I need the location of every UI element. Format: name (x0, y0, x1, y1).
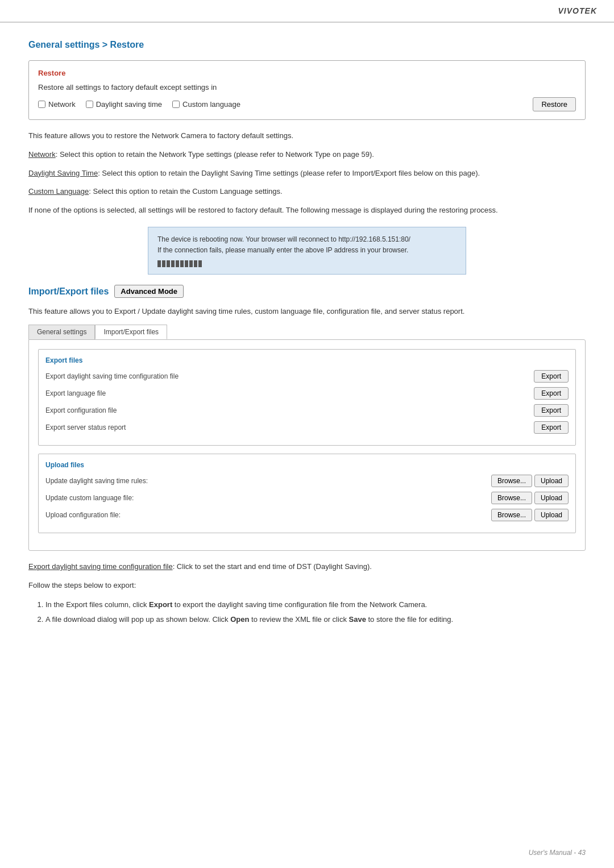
restore-box-title: Restore (38, 69, 576, 77)
bottom-para2: Follow the steps below to export: (28, 580, 586, 592)
export-btn-0[interactable]: Export (534, 370, 569, 383)
upload-files-box: Upload files Update daylight saving time… (38, 454, 576, 533)
progress-seg-1 (157, 260, 161, 267)
step-1: In the Export files column, click Export… (45, 599, 586, 611)
progress-seg-2 (162, 260, 165, 267)
progress-seg-3 (167, 260, 170, 267)
tab-import-export[interactable]: Import/Export files (95, 325, 167, 339)
network-term: Network (28, 150, 56, 159)
export-files-title: Export files (45, 356, 569, 364)
restore-button[interactable]: Restore (533, 97, 576, 111)
upload-label-2: Upload configuration file: (45, 511, 491, 519)
export-row-1: Export language file Export (45, 387, 569, 400)
export-row-0: Export daylight saving time configuratio… (45, 370, 569, 383)
step-2: A file download dialog will pop up as sh… (45, 613, 586, 626)
export-btn-3[interactable]: Export (534, 421, 569, 434)
footer: User's Manual - 43 (529, 849, 586, 857)
para4-text: : Select this option to retain the Custo… (89, 187, 282, 196)
checkbox-network[interactable] (38, 101, 45, 108)
step2-mid: to review the XML file or click (249, 615, 349, 624)
tabs-row: General settings Import/Export files (28, 325, 586, 339)
step2-bold2: Save (349, 615, 366, 624)
export-dst-term: Export daylight saving time configuratio… (28, 562, 173, 571)
export-files-box: Export files Export daylight saving time… (38, 349, 576, 446)
para3-text: : Select this option to retain the Dayli… (98, 169, 480, 177)
progress-seg-7 (185, 260, 188, 267)
checkbox-dst[interactable] (86, 101, 93, 108)
para5: If none of the options is selected, all … (28, 205, 586, 217)
panel-container: General settings Import/Export files Exp… (28, 325, 586, 551)
progress-seg-8 (189, 260, 193, 267)
para4: Custom Language: Select this option to r… (28, 186, 586, 198)
upload-files-title: Upload files (45, 461, 569, 469)
progress-seg-9 (194, 260, 197, 267)
progress-seg-6 (180, 260, 184, 267)
para1: This feature allows you to restore the N… (28, 130, 586, 142)
checkbox-network-text: Network (48, 100, 76, 109)
checkbox-custom-lang[interactable] (172, 101, 180, 108)
bottom-para1-text: : Click to set the start and end time of… (173, 562, 372, 571)
panel-content: Export files Export daylight saving time… (28, 339, 586, 551)
main-content: General settings > Restore Restore Resto… (0, 23, 614, 651)
tab-general-settings[interactable]: General settings (28, 325, 95, 339)
progress-seg-4 (171, 260, 175, 267)
checkbox-network-label[interactable]: Network (38, 100, 76, 109)
para2-text: : Select this option to retain the Netwo… (56, 150, 374, 159)
checkbox-dst-label[interactable]: Daylight saving time (86, 100, 162, 109)
import-export-header: Import/Export files Advanced Mode (28, 285, 586, 298)
export-row-3: Export server status report Export (45, 421, 569, 434)
upload-row-0: Update daylight saving time rules: Brows… (45, 475, 569, 487)
para2: Network: Select this option to retain th… (28, 149, 586, 161)
step2-prefix: A file download dialog will pop up as sh… (45, 615, 230, 624)
browse-btn-1[interactable]: Browse... (491, 492, 532, 504)
step1-prefix: In the Export files column, click (45, 600, 149, 609)
upload-row-2: Upload configuration file: Browse... Upl… (45, 509, 569, 521)
checkbox-custom-lang-text: Custom language (182, 100, 240, 109)
custom-lang-term: Custom Language (28, 187, 89, 196)
step1-suffix: to export the daylight saving time confi… (172, 600, 427, 609)
export-btn-1[interactable]: Export (534, 387, 569, 400)
export-btn-2[interactable]: Export (534, 404, 569, 417)
export-label-0: Export daylight saving time configuratio… (45, 372, 534, 380)
dst-term: Daylight Saving Time (28, 169, 98, 177)
bottom-para1: Export daylight saving time configuratio… (28, 561, 586, 573)
section2-title: Import/Export files (28, 286, 109, 297)
import-export-desc: This feature allows you to Export / Upda… (28, 306, 586, 318)
checkbox-dst-text: Daylight saving time (96, 100, 162, 109)
reboot-line2: If the connection fails, please manually… (157, 245, 457, 256)
upload-btn-0[interactable]: Upload (534, 475, 569, 487)
export-label-2: Export configuration file (45, 406, 534, 414)
upload-label-0: Update daylight saving time rules: (45, 477, 491, 485)
browse-btn-0[interactable]: Browse... (491, 475, 532, 487)
restore-box: Restore Restore all settings to factory … (28, 60, 586, 120)
step2-bold1: Open (230, 615, 249, 624)
upload-btn-2[interactable]: Upload (534, 509, 569, 521)
steps-list: In the Export files column, click Export… (45, 599, 586, 626)
progress-seg-5 (176, 260, 179, 267)
export-row-2: Export configuration file Export (45, 404, 569, 417)
upload-label-1: Update custom language file: (45, 494, 491, 502)
upload-row-1: Update custom language file: Browse... U… (45, 492, 569, 504)
export-label-1: Export language file (45, 389, 534, 397)
brand-name: VIVOTEK (558, 6, 597, 15)
section1-title: General settings > Restore (28, 40, 586, 50)
export-label-3: Export server status report (45, 423, 534, 431)
progress-seg-10 (198, 260, 202, 267)
advanced-mode-button[interactable]: Advanced Mode (114, 285, 184, 298)
checkbox-custom-lang-label[interactable]: Custom language (172, 100, 240, 109)
top-bar: VIVOTEK (0, 0, 614, 23)
reboot-message-box: The device is rebooting now. Your browse… (148, 227, 466, 275)
progress-bar (157, 260, 457, 267)
reboot-line1: The device is rebooting now. Your browse… (157, 234, 457, 245)
step1-bold: Export (149, 600, 172, 609)
para3: Daylight Saving Time: Select this option… (28, 168, 586, 180)
restore-row: Network Daylight saving time Custom lang… (38, 97, 576, 111)
restore-desc: Restore all settings to factory default … (38, 83, 576, 92)
step2-suffix: to store the file for editing. (366, 615, 453, 624)
browse-btn-2[interactable]: Browse... (491, 509, 532, 521)
upload-btn-1[interactable]: Upload (534, 492, 569, 504)
